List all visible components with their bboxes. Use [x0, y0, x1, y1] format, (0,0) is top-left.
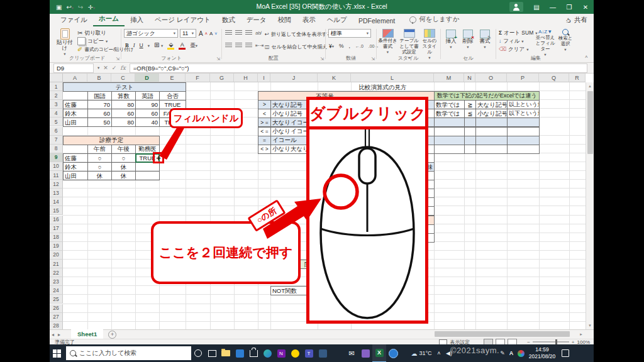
cell-E2[interactable]: 合否 [159, 91, 186, 101]
row-header-11[interactable]: 11 [50, 171, 63, 180]
vertical-scrollbar[interactable]: ▴▾ [586, 82, 594, 329]
fill-handle-marker[interactable]: + [153, 152, 164, 163]
save-icon[interactable]: ▣ [56, 4, 62, 11]
share-button[interactable]: 🖒 共有 [565, 16, 588, 25]
column-header-I[interactable]: I [258, 74, 270, 82]
zoom-slider-thumb[interactable] [555, 339, 557, 344]
row-header-19[interactable]: 19 [50, 242, 63, 251]
redo-icon[interactable]: ↪ [78, 4, 83, 11]
cell-O7[interactable] [475, 136, 508, 145]
purple-app-icon[interactable] [358, 344, 372, 362]
cell-M8[interactable] [434, 145, 465, 154]
hscroll-thumb[interactable] [435, 331, 570, 337]
row-header-23[interactable]: 23 [50, 277, 63, 286]
row-header-13[interactable]: 13 [50, 189, 63, 197]
cell-D3[interactable]: 90 [135, 100, 160, 109]
shrink-font-button[interactable]: A˅ [209, 30, 217, 38]
column-header-A[interactable]: A [63, 74, 87, 82]
phonetic-button[interactable]: 亜▾ [190, 41, 197, 50]
undo-icon[interactable]: ↩▾ [66, 4, 74, 11]
cell-D10[interactable] [135, 162, 160, 172]
cell-N4[interactable]: ≦ [464, 109, 476, 118]
cut-button[interactable]: ✂切り取り [77, 29, 106, 37]
cell-D4[interactable]: 60 [135, 109, 160, 118]
cell-M6[interactable] [434, 127, 465, 136]
column-header-R[interactable]: R [569, 74, 586, 82]
column-header-B[interactable]: B [87, 74, 111, 82]
sort-filter-button[interactable]: A↓Z▼ 並べ替えとフィルター▾ [535, 29, 555, 57]
row-header-18[interactable]: 18 [50, 233, 63, 242]
row-header-27[interactable]: 27 [50, 313, 63, 322]
halign-buttons[interactable]: ⇤⇥ [225, 43, 264, 48]
teams-icon[interactable]: T [302, 344, 316, 362]
sheet-tab-active[interactable]: Sheet1 [71, 329, 103, 340]
row-header-6[interactable]: 6 [50, 127, 63, 136]
vscroll-down-icon[interactable]: ▾ [586, 323, 594, 328]
row-header-3[interactable]: 3 [50, 100, 63, 109]
column-header-Q[interactable]: Q [539, 74, 569, 82]
taskbar-search-input[interactable]: ここに入力して検索 [66, 346, 191, 360]
column-header-C[interactable]: C [111, 74, 135, 82]
font-color-button[interactable]: A [179, 42, 186, 50]
cell-P7[interactable] [507, 136, 540, 145]
bold-button[interactable]: B [125, 41, 129, 50]
tell-me-search[interactable]: 何をしますか [409, 15, 459, 26]
cell-P5[interactable] [507, 118, 540, 127]
app-icon[interactable] [316, 344, 330, 362]
cell-comparison-title[interactable]: 比較演算式の見方 [258, 82, 508, 92]
cell-N8[interactable] [464, 145, 476, 154]
cell-C5[interactable]: 80 [111, 118, 136, 127]
row-header-8[interactable]: 8 [50, 145, 63, 153]
cell-P4[interactable]: 以下という意味 [507, 109, 540, 118]
cell-C2[interactable]: 算数 [111, 91, 136, 101]
cell-N6[interactable] [464, 127, 476, 136]
tab-数式[interactable]: 数式 [216, 14, 241, 26]
grow-font-button[interactable]: A˄ [199, 30, 208, 38]
cell-D2[interactable]: 英語 [135, 91, 160, 101]
cell-O8[interactable] [475, 145, 508, 154]
weather-tray[interactable]: ☁ 31°C [409, 344, 434, 362]
cell-O3[interactable]: 大なり記号 [475, 100, 508, 109]
column-header-M[interactable]: M [434, 74, 464, 82]
zoom-slider[interactable] [533, 341, 569, 343]
tab-ヘルプ[interactable]: ヘルプ [321, 14, 353, 26]
number-buttons[interactable]: ¥▾ % , ←.0 .00→ [329, 42, 379, 50]
fx-icon[interactable]: fx [120, 65, 125, 71]
borders-button[interactable]: ⊞ ▾ [154, 42, 163, 49]
cell-N3[interactable]: ≧ [464, 100, 476, 109]
cell-test-title[interactable]: テスト [63, 82, 186, 92]
cell-B8[interactable]: 午前 [87, 145, 112, 154]
alignment-dialog-launcher[interactable]: ⇲ [320, 57, 324, 62]
cell-M3[interactable]: 数学では [434, 100, 465, 109]
horizontal-scrollbar[interactable]: ▸ [397, 330, 586, 338]
column-header-F[interactable]: F [186, 74, 210, 82]
cell-I7[interactable]: = [258, 136, 271, 145]
cell-O4[interactable]: 小なり記号 [475, 109, 508, 118]
ribbon-display-options-icon[interactable]: ▤ [528, 0, 545, 14]
row-header-20[interactable]: 20 [50, 251, 63, 260]
cell-B2[interactable]: 国語 [87, 91, 112, 101]
vscroll-thumb[interactable] [587, 91, 593, 154]
row-header-12[interactable]: 12 [50, 180, 63, 189]
cell-C9[interactable]: ○ [111, 153, 136, 163]
row-header-4[interactable]: 4 [50, 109, 63, 118]
cell-math-title[interactable]: 数学では下記の記号だがExcelでは違う [434, 91, 540, 101]
cell-O6[interactable] [475, 127, 508, 136]
cell-schedule-title[interactable]: 診療予定 [63, 136, 160, 145]
cell-N5[interactable] [464, 118, 476, 127]
merge-center-button[interactable]: ◫ セルを結合して中央揃え▾ [265, 43, 331, 51]
formula-input[interactable]: =OR(B9="○",C9="○") [130, 63, 587, 73]
cell-C8[interactable]: 午後 [111, 145, 136, 154]
delete-cells-button[interactable]: 削除▾ [460, 30, 475, 50]
cancel-icon[interactable]: ✕ [103, 65, 108, 71]
tab-ページ レイアウト[interactable]: ページ レイアウト [149, 14, 216, 26]
tab-PDFelement[interactable]: PDFelement [353, 15, 401, 26]
cell-M5[interactable] [434, 118, 465, 127]
cell-C11[interactable]: 休 [111, 171, 136, 180]
photos-icon[interactable] [233, 344, 247, 362]
cell-M4[interactable]: 数学では [434, 109, 465, 118]
cell-A11[interactable]: 山田 [63, 171, 88, 180]
format-cells-button[interactable]: 書式▾ [477, 30, 492, 50]
column-header-E[interactable]: E [159, 74, 186, 82]
cell-D5[interactable]: 40 [135, 118, 160, 127]
